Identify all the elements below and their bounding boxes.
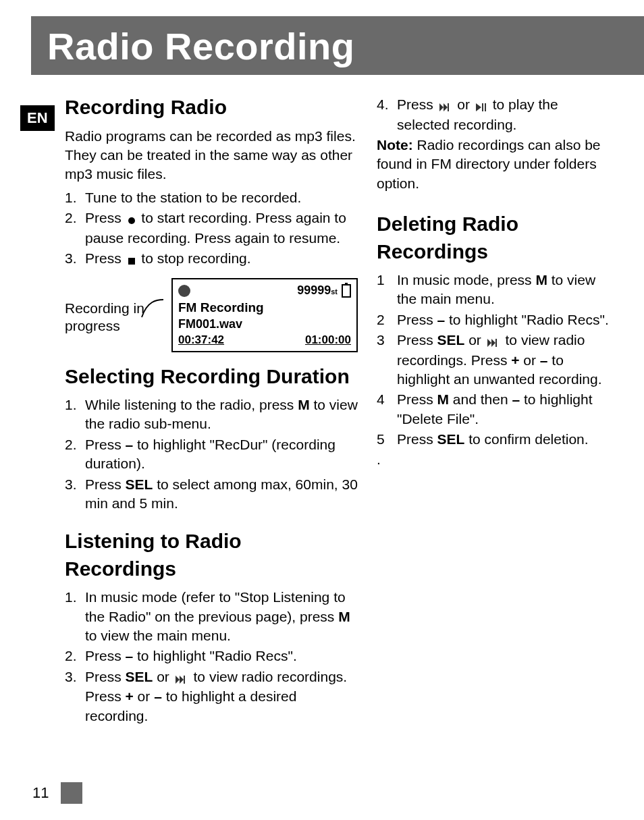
step-number: 1.	[65, 588, 85, 645]
next-track-icon	[439, 96, 452, 115]
step-text: Tune to the station to be recorded.	[85, 188, 358, 207]
next-track-icon	[487, 331, 500, 350]
list-item: 2. Press – to highlight "RecDur" (record…	[65, 435, 358, 474]
step-number: 1	[377, 271, 397, 309]
step-number: 4	[377, 390, 397, 429]
step-text: Press M and then – to highlight "Delete …	[397, 390, 612, 429]
step-number: 2.	[65, 435, 85, 474]
step-text: Press – to highlight "Radio Recs".	[85, 647, 358, 665]
title-bar: Radio Recording	[31, 16, 644, 75]
next-track-icon	[176, 668, 188, 687]
device-screen: 99999st FM Recording FM001.wav 00:37:42 …	[171, 278, 358, 352]
heading-recording-radio: Recording Radio	[65, 94, 358, 121]
heading-selecting-duration: Selecting Recording Duration	[65, 363, 358, 391]
step-text: Press SEL or to view radio recordings. P…	[85, 667, 358, 726]
svg-point-0	[128, 217, 135, 224]
note-text: Note: Radio recordings can also be found…	[377, 136, 612, 193]
play-pause-icon	[476, 96, 487, 115]
list-item: 2. Press to start recording. Press again…	[65, 209, 358, 248]
stop-icon	[128, 250, 136, 269]
track-count: 99999st	[297, 282, 338, 298]
step-number: 2.	[65, 647, 85, 665]
total-time: 01:00:00	[305, 333, 351, 348]
step-number: 2	[377, 310, 397, 329]
list-item: 5 Press SEL to confirm deletion.	[377, 430, 612, 449]
step-text: Press – to highlight "RecDur" (recording…	[85, 435, 358, 474]
step-text: While listening to the radio, press M to…	[85, 395, 358, 434]
step-number: 1.	[65, 188, 85, 207]
listening-steps: 1. In music mode (refer to "Stop Listeni…	[65, 588, 358, 726]
intro-text: Radio programs can be recorded as mp3 fi…	[65, 127, 358, 184]
recording-dot-icon	[178, 285, 190, 297]
list-item: 2. Press – to highlight "Radio Recs".	[65, 647, 358, 665]
step-text: Press to start recording. Press again to…	[85, 209, 358, 248]
left-column: Recording Radio Radio programs can be re…	[65, 87, 358, 727]
figure-label: Recording in progress	[65, 300, 153, 335]
screen-title: FM Recording	[173, 299, 356, 317]
svg-rect-4	[482, 103, 483, 111]
step-number: 2.	[65, 209, 85, 248]
deleting-steps: 1 In music mode, press M to view the mai…	[377, 271, 612, 449]
list-item: 1 In music mode, press M to view the mai…	[377, 271, 612, 309]
step-text: Press – to highlight "Radio Recs".	[397, 310, 612, 329]
step-text: In music mode (refer to "Stop Listening …	[85, 588, 358, 645]
svg-rect-5	[485, 103, 486, 111]
step-number: 3	[377, 331, 397, 389]
svg-rect-1	[128, 258, 135, 265]
list-item: 2 Press – to highlight "Radio Recs".	[377, 310, 612, 329]
step-number: 3.	[65, 475, 85, 514]
step-number: 1.	[65, 395, 85, 434]
step-number: 3.	[65, 249, 85, 269]
list-item: 1. In music mode (refer to "Stop Listeni…	[65, 588, 358, 645]
step-number: 4.	[377, 95, 397, 134]
list-item: 3. Press SEL to select among max, 60min,…	[65, 475, 358, 514]
step-number: 5	[377, 430, 397, 449]
list-item: 4. Press or to play the selected recordi…	[377, 95, 612, 134]
step-text: Press SEL to confirm deletion.	[397, 430, 612, 449]
page-title: Radio Recording	[47, 24, 628, 68]
selecting-duration-steps: 1. While listening to the radio, press M…	[65, 395, 358, 513]
callout-line-icon	[140, 296, 165, 323]
step-text: In music mode, press M to view the main …	[397, 271, 612, 309]
step-text: Press SEL to select among max, 60min, 30…	[85, 475, 358, 514]
list-item: 1. Tune to the station to be recorded.	[65, 188, 358, 207]
elapsed-time: 00:37:42	[178, 333, 224, 348]
right-column: 4. Press or to play the selected recordi…	[377, 87, 612, 727]
list-item: 3. Press to stop recording.	[65, 249, 358, 269]
svg-rect-2	[184, 676, 185, 684]
battery-icon	[342, 284, 351, 298]
list-item: 3. Press SEL or to view radio recordings…	[65, 667, 358, 726]
step-number: 3.	[65, 667, 85, 726]
language-tag: EN	[20, 105, 55, 131]
list-item: 4 Press M and then – to highlight "Delet…	[377, 390, 612, 429]
heading-deleting: Deleting Radio Recordings	[377, 211, 612, 265]
recording-radio-steps: 1. Tune to the station to be recorded. 2…	[65, 188, 358, 269]
list-item: 3 Press SEL or to view radio recordings.…	[377, 331, 612, 389]
svg-rect-6	[495, 339, 497, 347]
step-text: Press or to play the selected recording.	[397, 95, 612, 134]
page-number: 11	[32, 782, 82, 804]
page-number-square-icon	[61, 782, 82, 804]
figure-recording-screen: Recording in progress 99999st FM Recordi…	[65, 278, 358, 352]
heading-listening: Listening to Radio Recordings	[65, 528, 358, 582]
page-number-text: 11	[32, 784, 49, 802]
svg-rect-3	[448, 103, 449, 111]
trailing-dot: .	[377, 450, 612, 469]
screen-filename: FM001.wav	[173, 316, 356, 332]
record-icon	[128, 209, 136, 228]
listening-steps-cont: 4. Press or to play the selected recordi…	[377, 95, 612, 134]
step-text: Press SEL or to view radio recordings. P…	[397, 331, 612, 389]
list-item: 1. While listening to the radio, press M…	[65, 395, 358, 434]
step-text: Press to stop recording.	[85, 249, 358, 269]
